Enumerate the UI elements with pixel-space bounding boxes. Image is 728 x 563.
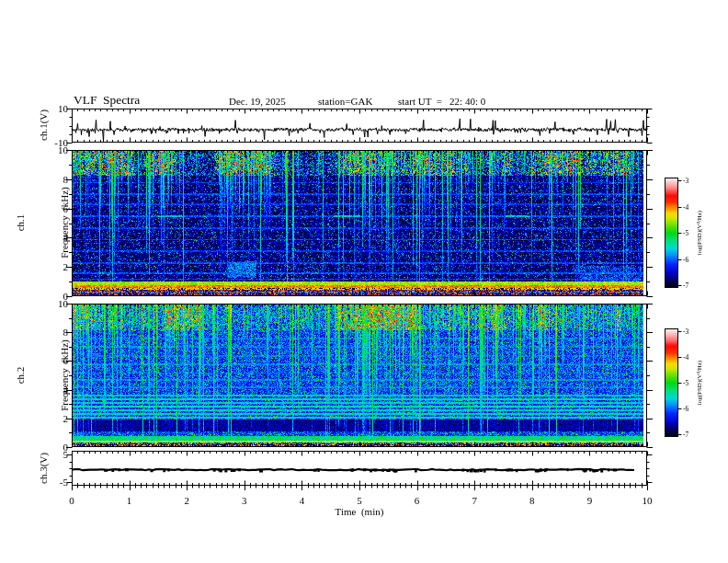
x-tick-label-2: 2 (184, 495, 189, 506)
spec1-y-tick-label-10: 10 (58, 144, 68, 155)
colorbar-ch1-title: log(PSD)(V²/Hz) (696, 211, 703, 255)
x-tick-label-9: 9 (587, 495, 593, 506)
spec1-y-tick-label-6: 6 (63, 203, 69, 214)
ch1-y-tick-label-10: 10 (58, 103, 68, 114)
spec2-y-tick-label-8: 8 (63, 327, 69, 338)
colorbar1-tick-label--7: -7 (683, 282, 688, 290)
spec2-y-tick-label-4: 4 (63, 385, 69, 396)
spec1-y-tick-label-2: 2 (63, 261, 69, 272)
y-axis-title-spec1: ch.1 Frequency (kHz) (0, 187, 103, 259)
y-axis-title-spec2-units: Frequency (kHz) (59, 339, 70, 411)
y-axis-title-spec1-channel: ch.1 (16, 187, 27, 259)
x-tick-label-6: 6 (415, 495, 420, 506)
x-tick-label-4: 4 (300, 495, 305, 506)
spec2-y-tick-label-10: 10 (58, 298, 68, 309)
colorbar2-tick-label--5: -5 (683, 379, 688, 387)
y-axis-title-ch1: ch.1(V) (38, 109, 49, 141)
colorbar1-tick-label--4: -4 (683, 202, 688, 211)
header-start-ut: start UT = 22: 40: 0 (398, 96, 485, 107)
y-axis-title-spec2: ch.2 Frequency (kHz) (0, 339, 103, 411)
spec1-y-tick-label-4: 4 (63, 232, 69, 243)
colorbar2-tick-label--6: -6 (683, 405, 688, 413)
header-date: Dec. 19, 2025 (229, 96, 286, 107)
colorbar2-tick-label--3: -3 (683, 327, 688, 336)
colorbar1-tick-label--6: -6 (683, 255, 688, 263)
x-tick-label-1: 1 (127, 495, 132, 506)
x-tick-label-0: 0 (69, 495, 74, 506)
header-station: station=GAK (318, 96, 372, 107)
page-title: VLF Spectra (74, 93, 140, 108)
x-axis-title: Time (min) (336, 506, 384, 517)
x-tick-label-5: 5 (357, 495, 362, 506)
y-axis-title-spec1-units: Frequency (kHz) (59, 187, 70, 259)
ch3-y-tick-label-5: 5 (63, 449, 69, 460)
spec2-y-tick-label-2: 2 (63, 413, 69, 424)
colorbar2-tick-label--7: -7 (683, 431, 688, 439)
spec1-y-tick-label-8: 8 (63, 174, 69, 185)
vlf-spectra-page: VLF Spectra Dec. 19, 2025 station=GAK st… (0, 0, 728, 563)
y-axis-title-spec2-channel: ch.2 (16, 339, 27, 411)
y-axis-title-ch3: ch.3(V) (38, 453, 49, 484)
colorbar1-tick-label--3: -3 (683, 177, 688, 185)
ch3-y-tick-label--5: -5 (60, 477, 68, 488)
colorbar1-tick-label--5: -5 (683, 229, 688, 237)
x-tick-label-10: 10 (643, 495, 653, 506)
spec2-y-tick-label-6: 6 (63, 355, 69, 366)
x-tick-label-3: 3 (242, 495, 247, 506)
colorbar-ch2-title: log(PSD)(V²/Hz) (696, 361, 703, 405)
x-tick-label-7: 7 (472, 495, 477, 506)
x-tick-label-8: 8 (529, 495, 535, 506)
colorbar2-tick-label--4: -4 (683, 353, 688, 362)
